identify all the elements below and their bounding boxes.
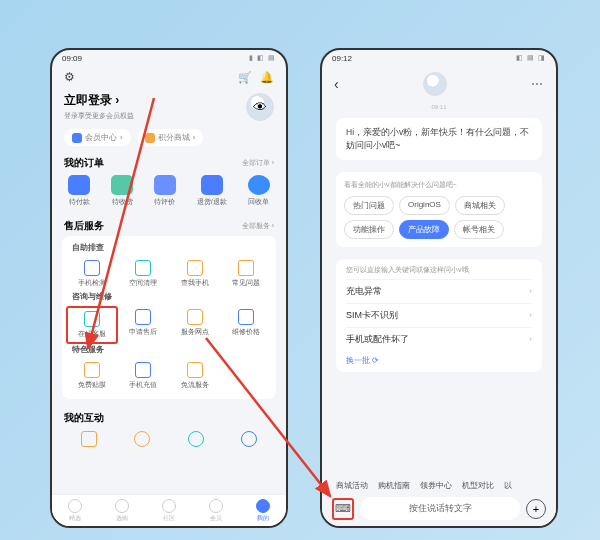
order-item[interactable]: 退货/退款: [197, 175, 227, 207]
interact-item[interactable]: [169, 428, 223, 452]
status-icons: ▮ ◧ ▤: [249, 54, 276, 62]
nav-item-mine[interactable]: 我的: [256, 499, 270, 523]
svc-item[interactable]: 手机充值: [118, 359, 170, 393]
svc-item[interactable]: 服务网点: [169, 306, 221, 344]
order-item[interactable]: 回收单: [248, 175, 270, 207]
group-label: 特色服务: [66, 344, 272, 359]
sugg-row[interactable]: 充电异常›: [346, 279, 532, 303]
interact-title: 我的互动: [64, 411, 104, 425]
chip[interactable]: 帐号相关: [454, 220, 504, 239]
order-item[interactable]: 待评价: [154, 175, 176, 207]
avatar[interactable]: 👁: [246, 93, 274, 121]
order-item[interactable]: 待收货: [111, 175, 133, 207]
group-label: 咨询与维修: [66, 291, 272, 306]
interact-item[interactable]: [116, 428, 170, 452]
group-label: 自助排查: [66, 242, 272, 257]
interact-item[interactable]: [62, 428, 116, 452]
suggestions-card: 您可以直接输入关键词或像这样问小v哦 充电异常› SIM卡不识别› 手机或配件坏…: [336, 259, 542, 372]
back-icon[interactable]: ‹: [334, 76, 339, 92]
login-subtitle: 登录享受更多会员权益: [64, 111, 134, 121]
chip[interactable]: OriginOS: [399, 196, 450, 215]
chat-time: 09:11: [322, 102, 556, 112]
quick-chip[interactable]: 机型对比: [462, 480, 494, 491]
chip[interactable]: 热门问题: [344, 196, 394, 215]
voice-input[interactable]: 按住说话转文字: [360, 497, 520, 520]
chip-active[interactable]: 产品故障: [399, 220, 449, 239]
cart-icon[interactable]: 🛒: [238, 71, 252, 84]
bell-icon[interactable]: 🔔: [260, 71, 274, 84]
sugg-row[interactable]: 手机或配件坏了›: [346, 327, 532, 351]
svc-item[interactable]: 手机检测: [66, 257, 118, 291]
phone-right: 09:12 ◧ ▤ ◨ ‹ ⋯ 09:11 Hi，亲爱的小v粉，新年快乐！有什么…: [320, 48, 558, 528]
svc-item[interactable]: 申请售后: [118, 306, 170, 344]
order-item[interactable]: 待付款: [68, 175, 90, 207]
quick-chip[interactable]: 商城活动: [336, 480, 368, 491]
greeting-bubble: Hi，亲爱的小v粉，新年快乐！有什么问题，不妨问问小v吧~: [336, 118, 542, 160]
pill-member[interactable]: 会员中心 ›: [64, 129, 131, 146]
bot-avatar: [423, 72, 447, 96]
status-time: 09:12: [332, 54, 352, 63]
status-time: 09:09: [62, 54, 82, 63]
login-title[interactable]: 立即登录 ›: [64, 92, 134, 109]
nav-item[interactable]: 会员: [209, 499, 223, 523]
sugg-title: 您可以直接输入关键词或像这样问小v哦: [346, 265, 532, 275]
quick-chip[interactable]: 以: [504, 480, 512, 491]
keyboard-icon[interactable]: ⌨: [332, 498, 354, 520]
svc-item[interactable]: 维修价格: [221, 306, 273, 344]
plus-icon[interactable]: +: [526, 499, 546, 519]
headset-icon: [84, 311, 100, 327]
status-icons: ◧ ▤ ◨: [516, 54, 546, 62]
nav-item[interactable]: 社区: [162, 499, 176, 523]
settings-icon[interactable]: ⚙: [64, 70, 75, 84]
quick-chip[interactable]: 领券中心: [420, 480, 452, 491]
svc-item[interactable]: 免费贴膜: [66, 359, 118, 393]
chevron-right-icon: ›: [529, 286, 532, 296]
chevron-right-icon: ›: [529, 334, 532, 344]
status-bar: 09:09 ▮ ◧ ▤: [52, 50, 286, 66]
interact-item[interactable]: [223, 428, 277, 452]
aftersale-title: 售后服务: [64, 219, 104, 233]
chip[interactable]: 商城相关: [455, 196, 505, 215]
nav-item[interactable]: 选购: [115, 499, 129, 523]
quick-chip[interactable]: 购机指南: [378, 480, 410, 491]
refresh-link[interactable]: 换一批 ⟳: [346, 351, 532, 366]
svc-item[interactable]: 查我手机: [169, 257, 221, 291]
svc-item[interactable]: 免流服务: [169, 359, 221, 393]
svc-online-support[interactable]: 在线客服: [66, 306, 118, 344]
chips-title: 看看全能的小v都能解决什么问题吧~: [344, 180, 534, 190]
chevron-right-icon: ›: [529, 310, 532, 320]
sugg-row[interactable]: SIM卡不识别›: [346, 303, 532, 327]
nav-item[interactable]: 精选: [68, 499, 82, 523]
quick-chips: 商城活动 购机指南 领券中心 机型对比 以: [322, 480, 556, 491]
status-bar: 09:12 ◧ ▤ ◨: [322, 50, 556, 66]
chips-card: 看看全能的小v都能解决什么问题吧~ 热门问题 OriginOS 商城相关 功能操…: [336, 172, 542, 247]
bottom-nav: 精选 选购 社区 会员 我的: [52, 494, 286, 526]
svc-item[interactable]: 空间清理: [118, 257, 170, 291]
orders-title: 我的订单: [64, 156, 104, 170]
aftersale-more[interactable]: 全部服务 ›: [242, 221, 274, 231]
chip[interactable]: 功能操作: [344, 220, 394, 239]
more-icon[interactable]: ⋯: [531, 77, 544, 91]
phone-left: 09:09 ▮ ◧ ▤ ⚙ 🛒 🔔 立即登录 › 登录享受更多会员权益 👁 会员…: [50, 48, 288, 528]
orders-more[interactable]: 全部订单 ›: [242, 158, 274, 168]
pill-points[interactable]: 积分商城 ›: [137, 129, 204, 146]
svc-item[interactable]: 常见问题: [221, 257, 273, 291]
